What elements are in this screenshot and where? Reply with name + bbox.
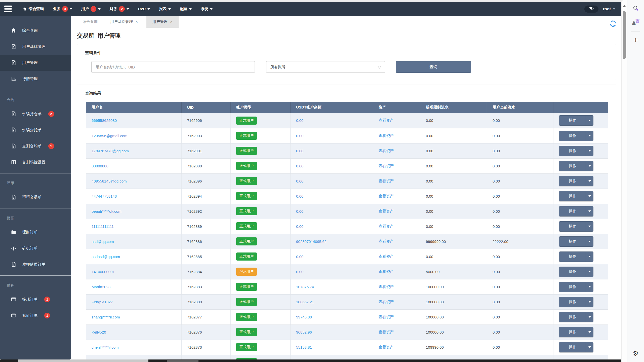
vertical-scrollbar-thumb[interactable] — [623, 11, 626, 59]
action-dropdown-toggle[interactable] — [586, 161, 593, 171]
horizontal-scrollbar-thumb[interactable] — [167, 360, 198, 362]
action-split-button[interactable]: 操作 — [559, 251, 593, 262]
usdt-balance-link[interactable]: 0.00 — [296, 209, 303, 213]
usdt-balance-link[interactable]: 0.00 — [296, 255, 303, 259]
action-dropdown-toggle[interactable] — [586, 282, 593, 292]
action-dropdown-toggle[interactable] — [586, 176, 593, 186]
view-assets-link[interactable]: 查看资产 — [379, 149, 394, 153]
action-split-button[interactable]: 操作 — [559, 115, 593, 126]
action-button[interactable]: 操作 — [559, 267, 586, 277]
usdt-balance-link[interactable]: 99746.30 — [296, 315, 312, 319]
usdt-balance-link[interactable]: 0.00 — [296, 224, 303, 229]
tab-overview[interactable]: 综合查询 — [78, 16, 102, 28]
usdt-balance-link[interactable]: 0.00 — [296, 134, 303, 138]
action-button[interactable]: 操作 — [559, 176, 586, 186]
action-button[interactable]: 操作 — [559, 222, 586, 231]
topnav-item-finance[interactable]: 财务2 — [110, 6, 129, 12]
username-link[interactable]: 447447758143 — [92, 194, 117, 198]
sidebar-item-user-base-mgmt[interactable]: 用户基础管理 — [0, 39, 71, 55]
action-split-button[interactable]: 操作 — [559, 161, 593, 171]
action-button[interactable]: 操作 — [559, 131, 586, 141]
action-dropdown-toggle[interactable] — [586, 312, 593, 322]
action-split-button[interactable]: 操作 — [559, 146, 593, 156]
horizontal-scrollbar-track[interactable] — [148, 359, 621, 362]
view-assets-link[interactable]: 查看资产 — [379, 194, 394, 198]
close-icon[interactable]: ✕ — [170, 20, 173, 24]
horizontal-scrollbar[interactable] — [0, 359, 621, 362]
sidebar-item-market-mgmt[interactable]: 行情管理 — [0, 71, 71, 87]
sidebar-item-withdraw-orders[interactable]: 提现订单1 — [0, 291, 71, 307]
usdt-balance-link[interactable]: 0.00 — [296, 149, 303, 153]
action-button[interactable]: 操作 — [559, 146, 586, 156]
username-link[interactable]: 1784767470@qq.com — [92, 149, 129, 153]
browser-settings-button[interactable]: ⚙ — [631, 348, 641, 358]
tab-user-base-mgmt[interactable]: 用户基础管理✕ — [106, 16, 142, 28]
topnav-item-overview[interactable]: 综合查询 — [23, 7, 44, 11]
action-dropdown-toggle[interactable] — [586, 131, 593, 141]
usdt-balance-link[interactable]: 96852.96 — [296, 330, 312, 334]
browser-search-button[interactable] — [631, 4, 641, 14]
sidebar-item-pledge-orders[interactable]: 质押借币订单 — [0, 256, 71, 272]
action-split-button[interactable]: 操作 — [559, 297, 593, 307]
view-assets-link[interactable]: 查看资产 — [379, 133, 394, 138]
username-link[interactable]: asdasd@qq.com — [92, 255, 120, 259]
action-button[interactable]: 操作 — [559, 297, 586, 307]
action-split-button[interactable]: 操作 — [559, 221, 593, 232]
action-button[interactable]: 操作 — [559, 282, 586, 292]
user-menu[interactable]: root — [603, 7, 615, 11]
action-dropdown-toggle[interactable] — [586, 342, 593, 352]
topnav-item-business[interactable]: 业务3 — [53, 6, 72, 12]
chat-button[interactable] — [584, 6, 598, 13]
action-button[interactable]: 操作 — [559, 206, 586, 216]
tab-user-mgmt[interactable]: 用户管理✕ — [146, 16, 179, 28]
close-icon[interactable]: ✕ — [135, 20, 138, 24]
username-link[interactable]: Kelly520 — [92, 330, 106, 334]
action-dropdown-toggle[interactable] — [586, 191, 593, 201]
view-assets-link[interactable]: 查看资产 — [379, 345, 394, 349]
sidebar-item-overview[interactable]: 综合查询 — [0, 22, 71, 39]
action-dropdown-toggle[interactable] — [586, 297, 593, 307]
action-split-button[interactable]: 操作 — [559, 342, 593, 352]
view-assets-link[interactable]: 查看资产 — [379, 224, 394, 228]
usdt-balance-link[interactable]: 55158.81 — [296, 345, 312, 349]
browser-games-button[interactable]: ♛♟ — [631, 17, 641, 27]
topnav-item-users[interactable]: 用户3 — [81, 6, 101, 12]
username-link[interactable]: 88888888 — [92, 164, 108, 168]
usdt-balance-link[interactable]: 0.00 — [296, 194, 303, 198]
vertical-scrollbar[interactable] — [621, 0, 627, 362]
action-split-button[interactable]: 操作 — [559, 312, 593, 322]
view-assets-link[interactable]: 查看资产 — [379, 179, 394, 183]
action-dropdown-toggle[interactable] — [586, 146, 593, 156]
action-button[interactable]: 操作 — [559, 161, 586, 171]
action-split-button[interactable]: 操作 — [559, 282, 593, 292]
sidebar-item-delivery-contracts[interactable]: 交割合约单1 — [0, 138, 71, 154]
action-split-button[interactable]: 操作 — [559, 327, 593, 337]
sidebar-item-perpetual-positions[interactable]: 永续持仓单2 — [0, 106, 71, 122]
usdt-balance-link[interactable]: 0.00 — [296, 164, 303, 168]
view-assets-link[interactable]: 查看资产 — [379, 239, 394, 243]
topnav-item-system[interactable]: 系统 — [201, 7, 213, 11]
action-dropdown-toggle[interactable] — [586, 267, 593, 277]
search-button[interactable]: 查询 — [396, 61, 471, 73]
username-link[interactable]: 669558625080 — [92, 118, 117, 123]
action-split-button[interactable]: 操作 — [559, 131, 593, 141]
topnav-item-c2c[interactable]: C2C — [138, 7, 150, 11]
username-link[interactable]: zhangj*****il.com — [92, 315, 120, 319]
username-link[interactable]: Feng941027 — [92, 300, 113, 304]
username-link[interactable]: Martin2023 — [92, 285, 110, 289]
browser-add-button[interactable]: + — [631, 35, 641, 45]
action-button[interactable]: 操作 — [559, 327, 586, 337]
view-assets-link[interactable]: 查看资产 — [379, 300, 394, 304]
sidebar-item-deposit-orders[interactable]: 充值订单1 — [0, 307, 71, 323]
username-link[interactable]: 111111111111 — [92, 224, 114, 229]
action-dropdown-toggle[interactable] — [586, 252, 593, 262]
topnav-item-reports[interactable]: 报表 — [159, 7, 171, 11]
sidebar-item-delivery-control[interactable]: 交割场控设置 — [0, 154, 71, 170]
action-button[interactable]: 操作 — [559, 312, 586, 322]
usdt-balance-link[interactable]: 902807014095.62 — [296, 239, 327, 244]
view-assets-link[interactable]: 查看资产 — [379, 284, 394, 289]
action-button[interactable]: 操作 — [559, 342, 586, 352]
action-button[interactable]: 操作 — [559, 191, 586, 201]
usdt-balance-link[interactable]: 0.00 — [296, 270, 303, 274]
view-assets-link[interactable]: 查看资产 — [379, 254, 394, 259]
